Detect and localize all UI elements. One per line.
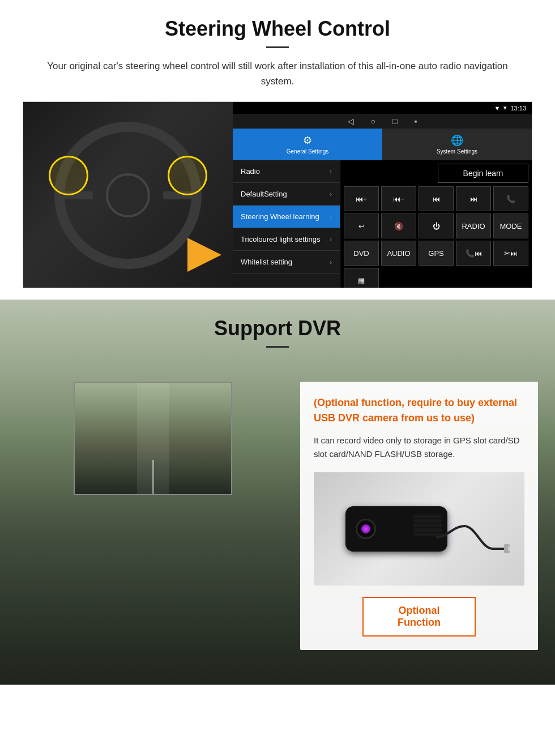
android-content: Radio › DefaultSetting › Steering Wheel …: [233, 160, 532, 288]
signal-icon: ▼: [494, 105, 501, 112]
ctrl-audio[interactable]: AUDIO: [381, 241, 416, 266]
dvr-optional-text: (Optional function, require to buy exter…: [314, 395, 524, 426]
system-icon: 🌐: [451, 134, 463, 147]
steering-wheel-photo: [23, 102, 233, 288]
title-divider: [266, 46, 289, 48]
menu-item-radio[interactable]: Radio ›: [233, 160, 340, 183]
menu-item-tricoloured[interactable]: Tricoloured light settings ›: [233, 228, 340, 251]
android-ui: ▼ ▾ 13:13 ◁ ○ □ ▪ ⚙ General Settings 🌐 S…: [233, 102, 532, 288]
highlight-circle-right: [168, 156, 207, 195]
home-nav-icon[interactable]: ○: [371, 117, 375, 126]
tab-general-settings[interactable]: ⚙ General Settings: [233, 129, 382, 160]
android-nav-bar: ◁ ○ □ ▪: [233, 114, 532, 129]
dvr-title-divider: [266, 346, 289, 348]
chevron-icon: ›: [330, 258, 332, 266]
back-nav-icon[interactable]: ◁: [348, 117, 354, 126]
chevron-icon: ›: [330, 168, 332, 176]
arrow-graphic: [176, 238, 221, 272]
dvr-title: Support DVR: [23, 317, 532, 340]
tab-system-settings[interactable]: 🌐 System Settings: [382, 129, 532, 160]
ctrl-next-track[interactable]: ⏭: [456, 186, 491, 211]
svg-rect-1: [508, 546, 510, 551]
ctrl-radio[interactable]: RADIO: [456, 213, 491, 238]
control-grid: ⏮+ ⏮− ⏮ ⏭ 📞 ↩ 🔇 ⏻ RADIO MODE DVD AUDIO G…: [344, 186, 528, 288]
ctrl-prev-track[interactable]: ⏮: [419, 186, 454, 211]
android-status-bar: ▼ ▾ 13:13: [233, 102, 532, 114]
begin-learn-row: Begin learn: [344, 164, 528, 183]
dvr-info-card: (Optional function, require to buy exter…: [300, 382, 538, 650]
arrow-shape: [187, 238, 221, 272]
optional-function-button[interactable]: Optional Function: [362, 597, 476, 637]
menu-item-steering-wheel[interactable]: Steering Wheel learning ›: [233, 206, 340, 228]
dvr-section: Support DVR (Optional function, require …: [0, 300, 555, 685]
ctrl-phone[interactable]: 📞: [493, 186, 528, 211]
controls-panel: Begin learn ⏮+ ⏮− ⏮ ⏭ 📞 ↩ 🔇 ⏻ RADIO MODE…: [340, 160, 532, 288]
ctrl-cut-next[interactable]: ✂⏭: [493, 241, 528, 266]
wifi-icon: ▾: [503, 104, 507, 112]
dvr-description: It can record video only to storage in G…: [314, 434, 524, 461]
menu-item-defaultsetting[interactable]: DefaultSetting ›: [233, 183, 340, 206]
dvr-left-column: [17, 382, 289, 518]
menu-item-whitelist[interactable]: Whitelist setting ›: [233, 251, 340, 274]
ctrl-power[interactable]: ⏻: [419, 213, 454, 238]
screenshot-area: ▼ ▾ 13:13 ◁ ○ □ ▪ ⚙ General Settings 🌐 S…: [23, 101, 532, 288]
highlight-circle-left: [49, 156, 88, 195]
ctrl-mute[interactable]: 🔇: [381, 213, 416, 238]
ctrl-dvd[interactable]: DVD: [344, 241, 379, 266]
steering-section: Steering Wheel Control Your original car…: [0, 0, 555, 300]
ctrl-back[interactable]: ↩: [344, 213, 379, 238]
dvr-camera-image: [314, 472, 524, 586]
chevron-icon: ›: [330, 236, 332, 244]
steering-subtitle: Your original car's steering wheel contr…: [45, 58, 510, 89]
recent-nav-icon[interactable]: □: [392, 117, 397, 126]
status-time: 13:13: [510, 105, 526, 112]
ctrl-extra[interactable]: ▦: [344, 268, 379, 288]
dvr-content-area: (Optional function, require to buy exter…: [0, 370, 555, 661]
chevron-icon: ›: [330, 213, 332, 221]
ctrl-gps[interactable]: GPS: [419, 241, 454, 266]
settings-icon: ⚙: [303, 134, 312, 147]
dvr-camera-screenshot: [74, 382, 232, 495]
ctrl-vol-up[interactable]: ⏮+: [344, 186, 379, 211]
menu-panel: Radio › DefaultSetting › Steering Wheel …: [233, 160, 340, 288]
menu-nav-icon[interactable]: ▪: [414, 117, 417, 126]
begin-learn-button[interactable]: Begin learn: [438, 164, 528, 183]
chevron-icon: ›: [330, 190, 332, 198]
steering-title: Steering Wheel Control: [23, 17, 532, 41]
ctrl-mode[interactable]: MODE: [493, 213, 528, 238]
android-tabs: ⚙ General Settings 🌐 System Settings: [233, 129, 532, 160]
dvr-title-area: Support DVR: [0, 300, 555, 359]
ctrl-vol-down[interactable]: ⏮−: [381, 186, 416, 211]
ctrl-phone-prev[interactable]: 📞⏮: [456, 241, 491, 266]
usb-cable-svg: [436, 515, 510, 560]
